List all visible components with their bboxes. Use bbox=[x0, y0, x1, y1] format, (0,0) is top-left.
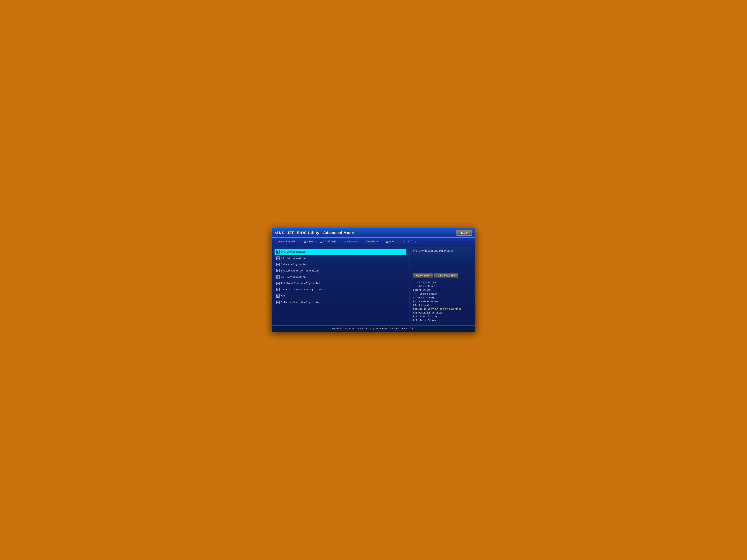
menu-item-sata[interactable]: ▶ SATA Configuration bbox=[275, 262, 406, 267]
title-left: /SUS UEFI BIOS Utility - Advanced Mode bbox=[275, 231, 354, 235]
nav-sep-4: | bbox=[361, 240, 363, 243]
bios-title: UEFI BIOS Utility - Advanced Mode bbox=[286, 231, 354, 235]
info-text: CPU Configuration Parameters bbox=[413, 249, 472, 252]
quick-note-button[interactable]: Quick Note bbox=[413, 273, 433, 278]
left-panel: ▶ CPU Configuration ▶ PCH Configuration … bbox=[275, 249, 409, 322]
shortcut-f12: F12: Print Screen bbox=[413, 319, 472, 322]
nav-bar: ★ My Favorites | ☰ Main | ☁ Ai Tweaker |… bbox=[272, 238, 475, 246]
nav-label-advanced: Advanced bbox=[347, 240, 359, 243]
nav-label-favorites: My Favorites bbox=[279, 240, 296, 243]
shortcut-enter: Enter: Select bbox=[413, 288, 472, 292]
right-panel: CPU Configuration Parameters Quick Note … bbox=[409, 249, 472, 322]
menu-item-pch[interactable]: ▶ PCH Configuration bbox=[275, 255, 406, 261]
nav-item-monitor[interactable]: ⚙ Monitor bbox=[364, 239, 380, 244]
arrow-icon-platform: ▶ bbox=[277, 282, 280, 285]
ai-tweaker-icon: ☁ bbox=[320, 240, 321, 243]
shortcut-change-option: +/-: Change Option bbox=[413, 292, 472, 296]
title-bar: /SUS UEFI BIOS Utility - Advanced Mode ⏏… bbox=[272, 228, 475, 238]
menu-item-platform[interactable]: ▶ Platform Misc Configuration bbox=[275, 281, 406, 286]
exit-icon: ⏏ bbox=[460, 231, 463, 234]
arrow-icon-pch: ▶ bbox=[277, 257, 280, 260]
menu-label-onboard: Onboard Devices Configuration bbox=[281, 288, 323, 291]
shortcut-f2: F2: Previous Values bbox=[413, 300, 472, 303]
main-content: ▶ CPU Configuration ▶ PCH Configuration … bbox=[272, 246, 475, 325]
shortcut-f4: F4: Add to Shortcut and My Favorites bbox=[413, 307, 472, 311]
shortcuts-panel: →←: Select Screen ↑↓: Select Item Enter:… bbox=[413, 281, 472, 322]
nav-sep-2: | bbox=[315, 240, 317, 243]
arrow-icon-cpu: ▶ bbox=[277, 250, 280, 254]
button-row: Quick Note Last Modified bbox=[413, 273, 472, 278]
asus-logo: /SUS bbox=[275, 231, 284, 235]
menu-label-pch: PCH Configuration bbox=[281, 257, 306, 260]
nav-label-monitor: Monitor bbox=[368, 240, 379, 243]
advanced-icon: ⚡ bbox=[344, 240, 346, 243]
exit-button[interactable]: ⏏ Exit bbox=[457, 230, 472, 236]
menu-item-onboard[interactable]: ▶ Onboard Devices Configuration bbox=[275, 287, 406, 293]
menu-item-cpu[interactable]: ▶ CPU Configuration bbox=[275, 249, 406, 255]
nav-item-advanced[interactable]: ⚡ Advanced bbox=[342, 239, 360, 244]
footer-text: Version 2.10.1208. Copyright (C) 2014 Am… bbox=[331, 327, 416, 330]
shortcut-f5: F5: Optimized Defaults bbox=[413, 311, 472, 315]
menu-item-apm[interactable]: ▶ APM bbox=[275, 293, 406, 299]
monitor-icon: ⚙ bbox=[366, 240, 367, 243]
favorites-icon: ★ bbox=[277, 240, 278, 243]
menu-item-usb[interactable]: ▶ USB Configuration bbox=[275, 274, 406, 280]
shortcut-f10: F10: Save ESC: Exit bbox=[413, 315, 472, 319]
exit-label: Exit bbox=[464, 231, 468, 234]
menu-label-usb: USB Configuration bbox=[281, 276, 306, 278]
nav-item-favorites[interactable]: ★ My Favorites bbox=[275, 239, 298, 244]
nav-sep-1: | bbox=[299, 240, 301, 243]
tool-icon: 🖨 bbox=[403, 240, 405, 243]
arrow-icon-apm: ▶ bbox=[277, 294, 280, 298]
nav-label-tool: Tool bbox=[406, 240, 412, 243]
nav-item-main[interactable]: ☰ Main bbox=[302, 239, 315, 244]
menu-label-platform: Platform Misc Configuration bbox=[281, 282, 320, 285]
bios-screen: /SUS UEFI BIOS Utility - Advanced Mode ⏏… bbox=[272, 228, 475, 332]
menu-label-network: Network Stack Configuration bbox=[281, 301, 320, 304]
shortcut-select-item: ↑↓: Select Item bbox=[413, 285, 472, 288]
nav-label-main: Main bbox=[307, 240, 313, 243]
nav-sep-6: | bbox=[398, 240, 400, 243]
nav-label-ai-tweaker: Ai Tweaker bbox=[323, 240, 337, 243]
nav-sep-5: | bbox=[381, 240, 383, 243]
last-modified-button[interactable]: Last Modified bbox=[434, 273, 458, 278]
boot-icon: ⏻ bbox=[386, 240, 388, 243]
main-icon: ☰ bbox=[304, 240, 306, 243]
footer: Version 2.10.1208. Copyright (C) 2014 Am… bbox=[272, 325, 475, 332]
nav-item-ai-tweaker[interactable]: ☁ Ai Tweaker bbox=[318, 239, 339, 244]
arrow-icon-system-agent: ▶ bbox=[277, 269, 280, 272]
arrow-icon-onboard: ▶ bbox=[277, 288, 280, 291]
nav-label-boot: Boot bbox=[389, 240, 395, 243]
shortcut-f1: F1: General Help bbox=[413, 296, 472, 300]
menu-item-system-agent[interactable]: ▶ System Agent Configuration bbox=[275, 268, 406, 274]
menu-label-apm: APM bbox=[281, 295, 285, 297]
menu-item-network[interactable]: ▶ Network Stack Configuration bbox=[275, 299, 406, 305]
arrow-icon-sata: ▶ bbox=[277, 263, 280, 266]
nav-item-boot[interactable]: ⏻ Boot bbox=[384, 239, 397, 244]
shortcut-select-screen: →←: Select Screen bbox=[413, 281, 472, 285]
nav-sep-7: | bbox=[414, 240, 417, 243]
nav-sep-3: | bbox=[340, 240, 342, 243]
menu-label-system-agent: System Agent Configuration bbox=[281, 269, 319, 272]
shortcut-f3: F3: Shortcut bbox=[413, 303, 472, 307]
arrow-icon-usb: ▶ bbox=[277, 275, 280, 279]
arrow-icon-network: ▶ bbox=[277, 300, 280, 304]
nav-item-tool[interactable]: 🖨 Tool bbox=[401, 239, 414, 244]
menu-label-cpu: CPU Configuration bbox=[281, 250, 306, 254]
menu-label-sata: SATA Configuration bbox=[281, 263, 307, 266]
